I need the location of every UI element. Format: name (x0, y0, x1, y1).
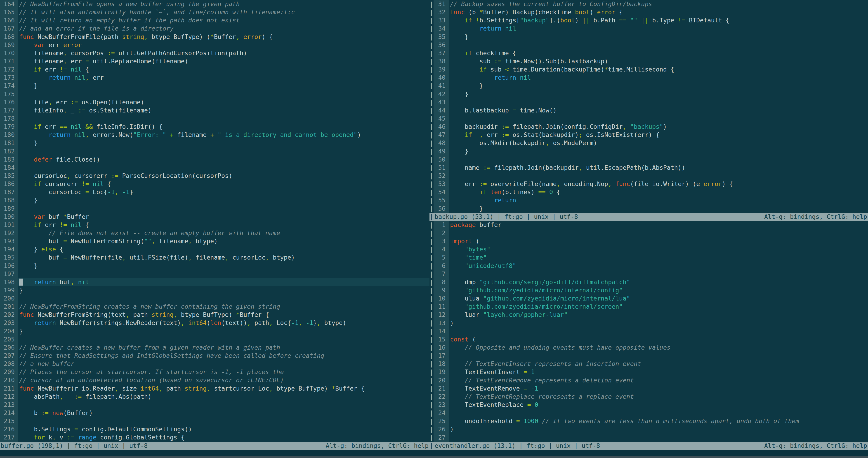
code-line[interactable]: 26) (434, 425, 868, 433)
code-line[interactable]: 182 (0, 147, 430, 155)
code-line[interactable]: 35 } (434, 33, 868, 41)
code-line[interactable]: 180 return nil, errors.New("Error: " + f… (0, 131, 430, 139)
code-line[interactable]: 173 return nil, err (0, 74, 430, 82)
code-line[interactable]: 169 var err error (0, 41, 430, 49)
code-line[interactable]: 215 (0, 417, 430, 425)
code-line[interactable]: 202func NewBufferFromString(text, path s… (0, 311, 430, 319)
code-line[interactable]: 23 TextEventReplace = 0 (434, 401, 868, 409)
code-line[interactable]: 204} (0, 327, 430, 335)
code-line[interactable]: 213 (0, 401, 430, 409)
code-line[interactable]: 50 (434, 155, 868, 164)
editor-pane-eventhandler-go[interactable]: 1package buffer23import (4 "bytes"5 "tim… (434, 221, 868, 442)
code-line[interactable]: 187 cursorLoc = Loc{-1, -1} (0, 188, 430, 196)
code-line[interactable]: 167// and an error if the file is a dire… (0, 24, 430, 33)
code-line[interactable]: 194 } else { (0, 245, 430, 253)
code-line[interactable]: 188 } (0, 196, 430, 204)
code-line[interactable]: 181 } (0, 139, 430, 147)
code-line[interactable]: 206// NewBuffer creates a new buffer fro… (0, 343, 430, 352)
code-line[interactable]: 37 if checkTime { (434, 49, 868, 57)
code-line[interactable]: 24 (434, 409, 868, 417)
code-line[interactable]: 17 (434, 352, 868, 360)
code-line[interactable]: 8 dmp "github.com/sergi/go-diff/diffmatc… (434, 278, 868, 286)
code-line[interactable]: 210// cursor at an autodetected location… (0, 376, 430, 384)
code-line[interactable]: 25 undoThreshold = 1000 // If two events… (434, 417, 868, 425)
code-line[interactable]: 214 b := new(Buffer) (0, 409, 430, 417)
code-line[interactable]: 193 buf = NewBufferFromString("", filena… (0, 237, 430, 245)
code-line[interactable]: 197 (0, 270, 430, 278)
code-line[interactable]: 165// It will also automatically handle … (0, 8, 430, 16)
code-line[interactable]: 12 luar "layeh.com/gopher-luar" (434, 311, 868, 319)
code-line[interactable]: 164// NewBufferFromFile opens a new buff… (0, 0, 430, 8)
code-line[interactable]: 216 b.Settings = config.DefaultCommonSet… (0, 425, 430, 433)
code-line[interactable]: 190 var buf *Buffer (0, 213, 430, 221)
code-line[interactable]: 11 "github.com/zyedidia/micro/internal/s… (434, 303, 868, 311)
code-line[interactable]: 53 err := overwriteFile(name, encoding.N… (434, 180, 868, 188)
code-line[interactable]: 1package buffer (434, 221, 868, 229)
code-line[interactable]: 217 for k, v := range config.GlobalSetti… (0, 433, 430, 441)
code-line[interactable]: 178 (0, 115, 430, 123)
code-line[interactable]: 185 cursorLoc, cursorerr := ParseCursorL… (0, 172, 430, 180)
code-line[interactable]: 205 (0, 335, 430, 343)
code-line[interactable]: 171 filename, err = util.ReplaceHome(fil… (0, 57, 430, 65)
code-line[interactable]: 201// NewBufferFromString creates a new … (0, 303, 430, 311)
code-line[interactable]: 56 } (434, 205, 868, 213)
code-line[interactable]: 13) (434, 319, 868, 327)
code-line[interactable]: 49 } (434, 147, 868, 155)
code-line[interactable]: 174 } (0, 82, 430, 90)
code-line[interactable]: 198 return buf, nil (0, 278, 430, 286)
code-line[interactable]: 168func NewBufferFromFile(path string, b… (0, 33, 430, 41)
command-bar[interactable] (0, 450, 868, 456)
code-line[interactable]: 209// Places the cursor at startcursor. … (0, 368, 430, 376)
code-line[interactable]: 44 b.lastbackup = time.Now() (434, 106, 868, 115)
code-line[interactable]: 3import ( (434, 237, 868, 245)
code-line[interactable]: 186 if cursorerr != nil { (0, 180, 430, 188)
code-line[interactable]: 4 "bytes" (434, 245, 868, 253)
code-line[interactable]: 179 if err == nil && fileInfo.IsDir() { (0, 123, 430, 131)
code-line[interactable]: 18 // TextEventInsert represents an inse… (434, 360, 868, 368)
code-line[interactable]: 33 if !b.Settings["backup"].(bool) || b.… (434, 16, 868, 24)
code-line[interactable]: 16 // Opposite and undoing events must h… (434, 343, 868, 352)
code-line[interactable]: 7 (434, 270, 868, 278)
code-line[interactable]: 208// a new buffer (0, 360, 430, 368)
code-line[interactable]: 195 buf = NewBuffer(file, util.FSize(fil… (0, 253, 430, 262)
code-line[interactable]: 38 sub := time.Now().Sub(b.lastbackup) (434, 57, 868, 65)
code-line[interactable]: 32func (b *Buffer) Backup(checkTime bool… (434, 8, 868, 16)
code-line[interactable]: 34 return nil (434, 24, 868, 33)
code-line[interactable]: 6 "unicode/utf8" (434, 262, 868, 270)
code-line[interactable]: 177 fileInfo, _ := os.Stat(filename) (0, 106, 430, 115)
code-line[interactable]: 15const ( (434, 335, 868, 343)
code-line[interactable]: 22 // TextEventReplace represents a repl… (434, 393, 868, 401)
code-line[interactable]: 45 (434, 115, 868, 123)
code-line[interactable]: 42 } (434, 90, 868, 98)
code-line[interactable]: 27 (434, 434, 868, 442)
code-line[interactable]: 170 filename, cursorPos := util.GetPathA… (0, 49, 430, 57)
code-line[interactable]: 199} (0, 286, 430, 294)
code-line[interactable]: 212 absPath, _ := filepath.Abs(path) (0, 393, 430, 401)
code-line[interactable]: 41 } (434, 82, 868, 90)
code-line[interactable]: 47 if _, err := os.Stat(backupdir); os.I… (434, 131, 868, 139)
code-line[interactable]: 19 TextEventInsert = 1 (434, 368, 868, 376)
code-line[interactable]: 51 name := filepath.Join(backupdir, util… (434, 164, 868, 172)
code-line[interactable]: 200 (0, 294, 430, 303)
code-line[interactable]: 21 TextEventRemove = -1 (434, 384, 868, 393)
code-line[interactable]: 175 (0, 90, 430, 98)
code-line[interactable]: 43 (434, 98, 868, 106)
code-line[interactable]: 166// It will return an empty buffer if … (0, 16, 430, 24)
code-line[interactable]: 52 (434, 172, 868, 180)
code-line[interactable]: 203 return NewBuffer(strings.NewReader(t… (0, 319, 430, 327)
code-line[interactable]: 192 // File does not exist -- create an … (0, 229, 430, 237)
code-line[interactable]: 39 if sub < time.Duration(backupTime)*ti… (434, 65, 868, 74)
code-line[interactable]: 189 (0, 205, 430, 213)
code-line[interactable]: 5 "time" (434, 253, 868, 262)
code-line[interactable]: 10 ulua "github.com/zyedidia/micro/inter… (434, 294, 868, 303)
code-line[interactable]: 2 (434, 229, 868, 237)
code-line[interactable]: 9 "github.com/zyedidia/micro/internal/co… (434, 286, 868, 294)
code-line[interactable]: 55 return (434, 196, 868, 204)
code-line[interactable]: 14 (434, 327, 868, 335)
code-line[interactable]: 176 file, err := os.Open(filename) (0, 98, 430, 106)
code-line[interactable]: 196 } (0, 262, 430, 270)
code-line[interactable]: 183 defer file.Close() (0, 155, 430, 164)
code-line[interactable]: 20 // TextEventRemove represents a delet… (434, 376, 868, 384)
code-line[interactable]: 46 backupdir := filepath.Join(config.Con… (434, 123, 868, 131)
code-line[interactable]: 184 (0, 164, 430, 172)
